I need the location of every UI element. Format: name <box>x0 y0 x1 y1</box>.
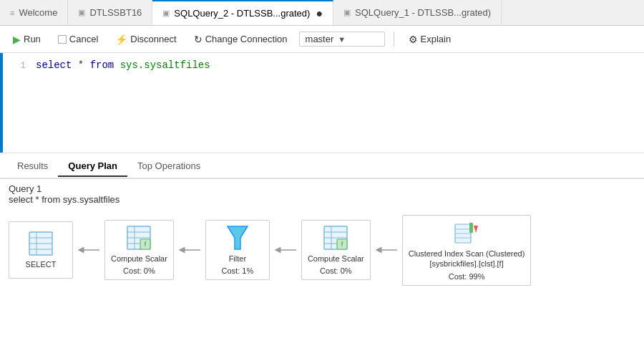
disconnect-button[interactable]: ⚡ Disconnect <box>109 32 182 47</box>
run-label: Run <box>24 34 41 44</box>
arrow-4-svg <box>372 243 401 257</box>
tab-sq2-dot: ● <box>316 7 323 20</box>
tab-top-operations[interactable]: Top Operations <box>127 156 210 177</box>
tab-sq2-label: SQLQuery_2 - DTLSSB...grated) <box>174 8 310 19</box>
editor-area[interactable]: 1 select * from sys.sysaltfiles <box>0 53 644 153</box>
plan-node-select[interactable]: SELECT <box>9 221 73 279</box>
change-connection-icon: ↻ <box>194 34 203 45</box>
plan-node-compute2[interactable]: f Compute Scalar Cost: 0% <box>301 220 371 280</box>
run-button[interactable]: ▶ Run <box>7 32 47 47</box>
toolbar: ▶ Run Cancel ⚡ Disconnect ↻ Change Conne… <box>0 26 644 53</box>
tab-sqlquery2[interactable]: ▣ SQLQuery_2 - DTLSSB...grated) ● <box>152 0 333 25</box>
tab-top-ops-label: Top Operations <box>137 160 200 171</box>
compute2-icon: f <box>323 225 348 251</box>
explain-icon: ⚙ <box>409 34 418 45</box>
svg-rect-29 <box>469 223 473 233</box>
keyword-select: select <box>36 59 72 71</box>
cancel-label: Cancel <box>69 34 98 44</box>
dropdown-arrow-icon: ▼ <box>338 35 346 44</box>
arrow-1 <box>74 243 103 257</box>
disconnect-label: Disconnect <box>130 34 176 44</box>
plan-node-filter[interactable]: Filter Cost: 1% <box>205 220 270 280</box>
tab-welcome-label: Welcome <box>19 7 57 18</box>
database-dropdown[interactable]: master ▼ <box>299 32 385 47</box>
tab-dtlssbt16[interactable]: ▣ DTLSSBT16 <box>68 0 152 25</box>
filter-icon <box>226 225 249 251</box>
tab-bar: ≡ Welcome ▣ DTLSSBT16 ▣ SQLQuery_2 - DTL… <box>0 0 644 26</box>
disconnect-icon: ⚡ <box>115 34 127 45</box>
database-value: master <box>306 34 334 44</box>
code-table: sys.sysaltfiles <box>120 59 210 71</box>
select-node-label: SELECT <box>26 259 57 269</box>
tab-sqlquery1[interactable]: ▣ SQLQuery_1 - DTLSSB...grated) <box>333 0 502 25</box>
compute1-cost: Cost: 0% <box>123 266 155 275</box>
svg-marker-14 <box>228 226 248 249</box>
arrow-2-svg <box>175 243 204 257</box>
code-star: * <box>78 59 90 71</box>
tab-sq1-label: SQLQuery_1 - DTLSSB...grated) <box>355 7 491 18</box>
change-connection-button[interactable]: ↻ Change Connection <box>188 32 293 47</box>
change-connection-label: Change Connection <box>205 34 288 44</box>
filter-label: Filter <box>229 254 246 264</box>
query-text: select * from sys.sysaltfiles <box>9 194 635 205</box>
plan-node-compute1[interactable]: f Compute Scalar Cost: 0% <box>104 220 174 280</box>
svg-marker-30 <box>474 226 478 233</box>
arrow-1-svg <box>74 243 103 257</box>
clustered-cost: Cost: 99% <box>449 272 485 281</box>
tab-query-plan-label: Query Plan <box>68 160 117 171</box>
arrow-3 <box>271 243 300 257</box>
arrow-2 <box>175 243 204 257</box>
tab-welcome[interactable]: ≡ Welcome <box>0 0 68 25</box>
cancel-icon <box>58 35 67 44</box>
tab-sq2-icon: ▣ <box>162 9 170 18</box>
keyword-from: from <box>90 59 114 71</box>
run-icon: ▶ <box>13 34 21 45</box>
compute2-cost: Cost: 0% <box>320 266 352 275</box>
tab-dtls-label: DTLSSBT16 <box>89 7 142 18</box>
cancel-button[interactable]: Cancel <box>52 32 104 47</box>
compute1-label: Compute Scalar <box>111 254 167 264</box>
explain-label: Explain <box>421 34 452 44</box>
compute1-icon: f <box>126 225 152 251</box>
bottom-tab-bar: Results Query Plan Top Operations <box>0 153 644 179</box>
line-number-1: 1 <box>6 58 26 74</box>
editor-left-border <box>0 53 3 153</box>
editor-line-1: 1 select * from sys.sysaltfiles <box>0 57 644 74</box>
query-info: Query 1 select * from sys.sysaltfiles <box>0 179 644 208</box>
tab-welcome-icon: ≡ <box>10 9 14 17</box>
plan-node-clustered[interactable]: Clustered Index Scan (Clustered) [sysbri… <box>402 215 532 286</box>
filter-cost: Cost: 1% <box>222 266 254 275</box>
arrow-3-svg <box>271 243 300 257</box>
clustered-label: Clustered Index Scan (Clustered) [sysbri… <box>409 249 525 269</box>
plan-area: SELECT f Compute Scalar Cost: 0% <box>0 208 644 358</box>
index-scan-icon <box>454 220 479 246</box>
query-number: Query 1 <box>9 183 635 194</box>
tab-dtls-icon: ▣ <box>78 8 85 17</box>
toolbar-separator <box>394 32 394 47</box>
code-content: select * from sys.sysaltfiles <box>36 57 210 73</box>
plan-flow: SELECT f Compute Scalar Cost: 0% <box>9 215 635 286</box>
tab-results[interactable]: Results <box>7 156 58 177</box>
arrow-4 <box>372 243 401 257</box>
compute2-label: Compute Scalar <box>308 254 364 264</box>
select-icon <box>28 231 54 256</box>
tab-results-label: Results <box>17 160 48 171</box>
tab-query-plan[interactable]: Query Plan <box>58 156 127 177</box>
explain-button[interactable]: ⚙ Explain <box>403 32 457 47</box>
tab-sq1-icon: ▣ <box>343 8 351 17</box>
